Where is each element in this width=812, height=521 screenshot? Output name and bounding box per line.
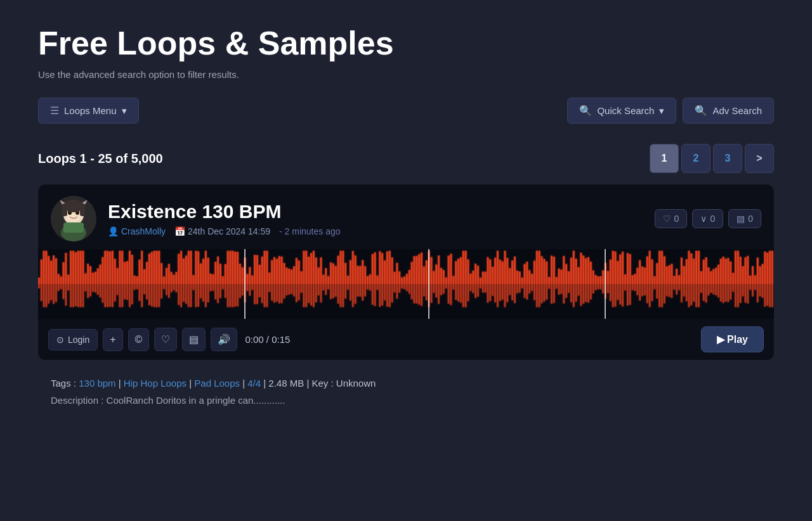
pagination: 1 2 3 >	[650, 144, 774, 173]
svg-rect-365	[468, 284, 469, 301]
svg-rect-354	[455, 261, 457, 284]
svg-rect-322	[416, 256, 417, 284]
add-button[interactable]: +	[103, 328, 122, 351]
svg-rect-24	[50, 261, 52, 285]
svg-rect-387	[494, 284, 496, 302]
svg-rect-91	[131, 284, 133, 304]
svg-rect-503	[636, 284, 638, 295]
svg-rect-119	[166, 284, 167, 295]
svg-rect-136	[188, 251, 190, 284]
svg-rect-150	[205, 251, 207, 284]
svg-rect-63	[97, 284, 99, 295]
svg-rect-492	[624, 274, 626, 284]
tag-hiphop[interactable]: Hip Hop Loops	[124, 378, 187, 389]
svg-rect-154	[210, 274, 212, 284]
svg-rect-23	[48, 284, 49, 304]
svg-rect-410	[524, 264, 526, 284]
svg-rect-486	[617, 261, 619, 284]
volume-button[interactable]: 🔊	[211, 328, 237, 351]
svg-rect-170	[230, 251, 232, 284]
waveform[interactable]: // This will be rendered as static bars	[38, 249, 774, 319]
svg-rect-197	[261, 284, 263, 303]
svg-rect-290	[377, 276, 379, 284]
svg-rect-418	[534, 261, 535, 285]
like-button[interactable]: ♡ 0	[655, 209, 688, 228]
svg-rect-214	[284, 263, 285, 284]
loop-date: 📅 24th Dec 2024 14:59	[174, 226, 270, 236]
svg-rect-187	[249, 284, 251, 296]
svg-rect-66	[102, 257, 104, 284]
svg-rect-501	[634, 284, 636, 291]
loop-stats: ♡ 0 ∨ 0 ▤ 0	[655, 209, 761, 228]
page-1-button[interactable]: 1	[650, 144, 679, 173]
dropdown-icon: ▾	[122, 105, 127, 117]
svg-rect-177	[237, 284, 239, 306]
svg-rect-185	[247, 284, 249, 291]
loops-menu-button[interactable]: ☰ Loops Menu ▾	[38, 98, 139, 124]
svg-rect-282	[367, 276, 369, 284]
play-button[interactable]: ▶ Play	[701, 326, 764, 352]
loop-user[interactable]: 👤 CrashMolly	[108, 226, 166, 236]
page-2-button[interactable]: 2	[681, 144, 710, 173]
svg-rect-62	[97, 269, 99, 285]
page-next-button[interactable]: >	[745, 144, 774, 173]
svg-rect-89	[129, 284, 131, 307]
svg-rect-346	[445, 278, 447, 284]
svg-rect-552	[698, 251, 700, 284]
svg-rect-525	[664, 284, 665, 304]
time-ago: - 2 minutes ago	[279, 226, 341, 236]
date-text: 24th Dec 2024 14:59	[188, 226, 270, 236]
svg-rect-535	[676, 284, 678, 295]
svg-rect-433	[551, 284, 553, 304]
comment-ctrl-button[interactable]: ▤	[182, 328, 206, 351]
svg-rect-586	[740, 257, 742, 284]
svg-rect-142	[195, 251, 197, 284]
svg-rect-544	[688, 251, 690, 284]
svg-rect-579	[730, 284, 731, 300]
svg-rect-560	[708, 267, 710, 284]
svg-rect-576	[728, 258, 730, 284]
tag-44[interactable]: 4/4	[247, 378, 261, 389]
favorite-button[interactable]: ♡	[154, 328, 177, 351]
svg-rect-567	[715, 284, 717, 295]
svg-rect-526	[666, 267, 668, 285]
svg-rect-385	[492, 284, 494, 296]
svg-rect-474	[602, 271, 604, 284]
comment-button[interactable]: ▤ 0	[728, 209, 761, 228]
svg-rect-372	[477, 266, 479, 285]
svg-rect-168	[227, 251, 229, 284]
svg-rect-318	[411, 262, 413, 285]
svg-rect-28	[55, 259, 57, 284]
svg-rect-451	[573, 284, 575, 307]
copyright-button[interactable]: ©	[128, 328, 150, 351]
tag-pad[interactable]: Pad Loops	[194, 378, 240, 389]
svg-rect-395	[504, 284, 506, 307]
svg-rect-207	[273, 284, 275, 303]
download-button[interactable]: ∨ 0	[692, 209, 723, 228]
tag-130bpm[interactable]: 130 bpm	[79, 378, 115, 389]
login-button[interactable]: ⊙ Login	[48, 329, 98, 351]
svg-rect-209	[276, 284, 278, 302]
svg-rect-38	[67, 275, 69, 285]
svg-rect-217	[286, 284, 288, 295]
svg-rect-462	[587, 257, 589, 284]
svg-rect-241	[315, 284, 317, 302]
page-3-button[interactable]: 3	[713, 144, 742, 173]
svg-rect-272	[355, 255, 357, 284]
svg-rect-488	[619, 255, 621, 284]
svg-rect-98	[141, 251, 143, 284]
quick-search-button[interactable]: 🔍 Quick Search ▾	[567, 98, 676, 124]
svg-rect-529	[669, 284, 671, 297]
svg-rect-431	[548, 284, 550, 289]
svg-rect-553	[698, 284, 700, 307]
svg-rect-367	[470, 284, 472, 291]
svg-rect-271	[352, 284, 354, 307]
svg-rect-428	[546, 262, 547, 284]
svg-rect-512	[649, 251, 651, 284]
svg-rect-430	[548, 277, 550, 284]
svg-rect-287	[372, 284, 374, 305]
adv-search-button[interactable]: 🔍 Adv Search	[683, 98, 774, 124]
svg-rect-17	[41, 284, 43, 301]
svg-rect-138	[190, 251, 192, 284]
svg-rect-340	[438, 255, 440, 284]
